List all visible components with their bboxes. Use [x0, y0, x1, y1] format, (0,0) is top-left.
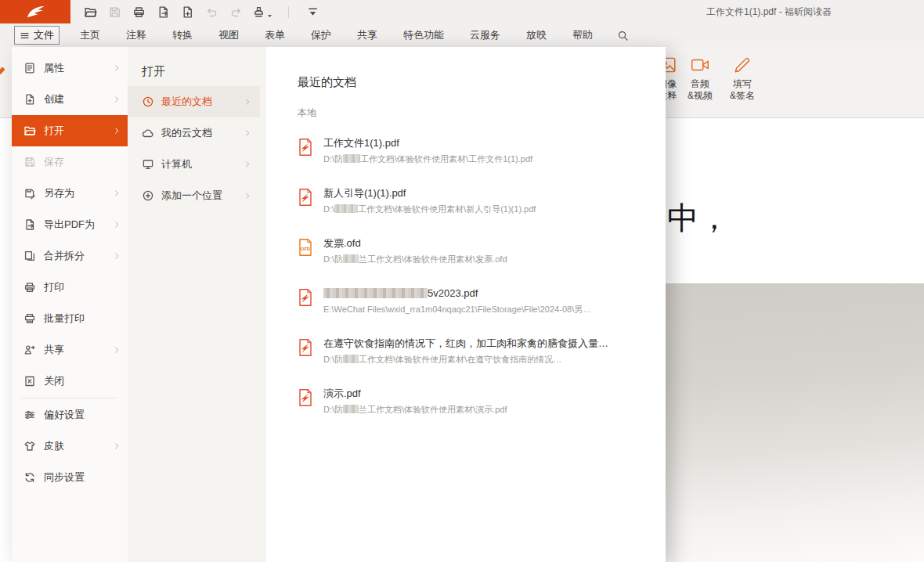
file-menu-print[interactable]: 打印 [12, 272, 128, 303]
menu-tab-present[interactable]: 放映 [526, 28, 547, 42]
menu-tab-protect[interactable]: 保护 [311, 28, 331, 42]
text-part: 工作文档\体验软件使用素材\新人引导(1)(1).pdf [358, 204, 536, 214]
open-file-icon [84, 5, 97, 19]
open-nav-cloud-docs[interactable]: 我的云文档 [128, 117, 260, 149]
menu-tab-form[interactable]: 表单 [265, 28, 285, 42]
file-menu-preferences[interactable]: 偏好设置 [12, 399, 128, 431]
file-menu-export-pdf[interactable]: 导出PDF为 [12, 209, 128, 240]
chevron-right-icon [243, 97, 252, 106]
file-menu-share[interactable]: 共享 [12, 334, 128, 366]
file-menu-button[interactable]: 文件 [14, 26, 60, 45]
file-menu-item-label: 共享 [44, 343, 104, 357]
customize-toolbar-button[interactable] [302, 2, 323, 21]
file-path: D:\工作文档\体验软件使用素材\新人引导(1)(1).pdf [323, 204, 536, 215]
open-nav-computer[interactable]: 计算机 [128, 149, 260, 180]
cloud-docs-icon [142, 127, 154, 139]
open-file-button[interactable] [80, 2, 100, 21]
text-part: 兰工作文档\体验软件使用素材\发票.ofd [359, 254, 507, 264]
recent-file-item[interactable]: 在遵守饮食指南的情况下，红肉，加工肉和家禽的膳食摄入量…D:\防工作文档\体验软… [298, 337, 666, 387]
open-nav-add-place[interactable]: 添加一个位置 [128, 180, 260, 211]
open-panel-title: 打开 [142, 64, 266, 78]
save-button [104, 2, 125, 21]
file-menu-create[interactable]: 创建 [12, 84, 128, 115]
menu-tab-comment[interactable]: 注释 [126, 28, 146, 42]
file-menu-batch-print[interactable]: 批量打印 [12, 303, 128, 334]
create-pdf-button[interactable] [177, 2, 197, 21]
pdf-file-icon [298, 188, 313, 207]
file-menu-item-label: 打印 [44, 280, 121, 294]
file-path: D:\防兰工作文档\体验软件使用素材\发票.ofd [323, 254, 507, 265]
window-title: 工作文件1(1).pdf - 福昕阅读器 [706, 0, 832, 23]
menu-tab-help[interactable]: 帮助 [572, 28, 593, 42]
file-path: D:\防工作文档\体验软件使用素材\工作文件1(1).pdf [323, 153, 532, 165]
ribbon-label-line: &视频 [678, 90, 722, 102]
file-menu-skin[interactable]: 皮肤 [12, 431, 128, 462]
recent-panel-title: 最近的文档 [298, 75, 666, 89]
recent-file-item[interactable]: 演示.pdfD:\防兰工作文档\体验软件使用素材\演示.pdf [298, 387, 666, 438]
text-part: 工作文档\体验软件使用素材\在遵守饮食指南的情况… [359, 355, 561, 364]
open-nav-recent-docs[interactable]: 最近的文档 [128, 86, 260, 117]
menu-tab-features[interactable]: 特色功能 [403, 28, 444, 42]
recent-file-item[interactable]: 5v2023.pdfE:\WeChat Files\wxid_rra1m04nq… [298, 287, 666, 337]
open-nav-list: 最近的文档我的云文档计算机添加一个位置 [128, 86, 266, 211]
computer-icon [142, 158, 154, 171]
menu-tab-home[interactable]: 主页 [80, 28, 100, 42]
text-part: 工作文档\体验软件使用素材\工作文件1(1).pdf [360, 154, 532, 164]
open-nav-item-label: 计算机 [161, 157, 236, 171]
export-pdf-button[interactable] [153, 2, 173, 21]
audio-video-icon [690, 55, 710, 75]
file-menu-item-label: 打开 [44, 124, 104, 138]
workspace: 图像注释音频&视频填写&签名 中， 属性创建打开保存另存为导出PDF为合并拆分打… [0, 47, 924, 562]
file-menu-item-label: 批量打印 [44, 312, 121, 326]
combine-split-icon [23, 250, 36, 262]
undo-icon [205, 5, 218, 19]
chevron-right-icon [243, 160, 252, 169]
file-path: D:\防工作文档\体验软件使用素材\在遵守饮食指南的情况… [323, 354, 608, 366]
recent-file-list: 工作文件1(1).pdfD:\防工作文档\体验软件使用素材\工作文件1(1).p… [298, 137, 666, 438]
redacted-blur [343, 154, 360, 163]
foxit-logo [0, 0, 70, 23]
file-meta: 发票.ofdD:\防兰工作文档\体验软件使用素材\发票.ofd [323, 237, 507, 265]
file-meta: 演示.pdfD:\防兰工作文档\体验软件使用素材\演示.pdf [323, 387, 507, 416]
sync-settings-icon [23, 471, 36, 484]
file-menu-close[interactable]: 关闭 [12, 366, 128, 397]
text-part: 5v2023.pdf [428, 287, 478, 299]
file-menu-properties[interactable]: 属性 [12, 52, 128, 84]
chevron-right-icon [243, 191, 252, 200]
file-meta: 在遵守饮食指南的情况下，红肉，加工肉和家禽的膳食摄入量…D:\防工作文档\体验软… [323, 337, 608, 366]
dropdown-caret-icon [267, 9, 273, 15]
recent-file-item[interactable]: 新人引导(1)(1).pdfD:\工作文档\体验软件使用素材\新人引导(1)(1… [298, 187, 666, 237]
file-menu-item-label: 属性 [44, 61, 104, 75]
recent-file-item[interactable]: OFD发票.ofdD:\防兰工作文档\体验软件使用素材\发票.ofd [298, 237, 666, 287]
menu-tab-cloud-service[interactable]: 云服务 [470, 28, 500, 42]
stamp-tool-button[interactable] [250, 2, 275, 21]
recent-group-label: 本地 [298, 106, 666, 120]
open-panel: 打开 最近的文档我的云文档计算机添加一个位置 [128, 47, 266, 562]
file-name: 5v2023.pdf [323, 287, 591, 300]
ribbon-audio-video-button[interactable]: 音频&视频 [678, 55, 722, 102]
text-part: D:\防 [323, 254, 343, 264]
menu-tab-share[interactable]: 共享 [357, 28, 377, 42]
file-menu-open[interactable]: 打开 [12, 115, 128, 146]
file-menu-combine-split[interactable]: 合并拆分 [12, 240, 128, 272]
redo-icon [229, 5, 243, 19]
file-name: 演示.pdf [323, 387, 507, 400]
menu-tab-view[interactable]: 视图 [218, 28, 239, 42]
chevron-right-icon [243, 128, 252, 138]
ribbon-label-line: 填写 [720, 78, 764, 90]
recent-documents-panel: 最近的文档 本地 工作文件1(1).pdfD:\防工作文档\体验软件使用素材\工… [266, 47, 666, 562]
file-name: 新人引导(1)(1).pdf [323, 187, 536, 200]
foxit-falcon-icon [21, 3, 49, 20]
print-button[interactable] [128, 2, 149, 21]
search-button[interactable] [613, 26, 632, 45]
redacted-blur [343, 355, 359, 363]
ribbon-fill-sign-button[interactable]: 填写&签名 [720, 55, 764, 102]
recent-file-item[interactable]: 工作文件1(1).pdfD:\防工作文档\体验软件使用素材\工作文件1(1).p… [298, 137, 666, 187]
file-menu-save-as[interactable]: 另存为 [12, 178, 128, 209]
file-menu-sync-settings[interactable]: 同步设置 [12, 462, 128, 493]
menu-tab-convert[interactable]: 转换 [172, 28, 193, 42]
chevron-right-icon [112, 63, 121, 73]
add-place-icon [142, 189, 154, 202]
pdf-file-icon [298, 138, 313, 157]
foxit-reader-window: 工作文件1(1).pdf - 福昕阅读器 文件 主页注释转换视图表单保护共享特色… [0, 0, 924, 562]
